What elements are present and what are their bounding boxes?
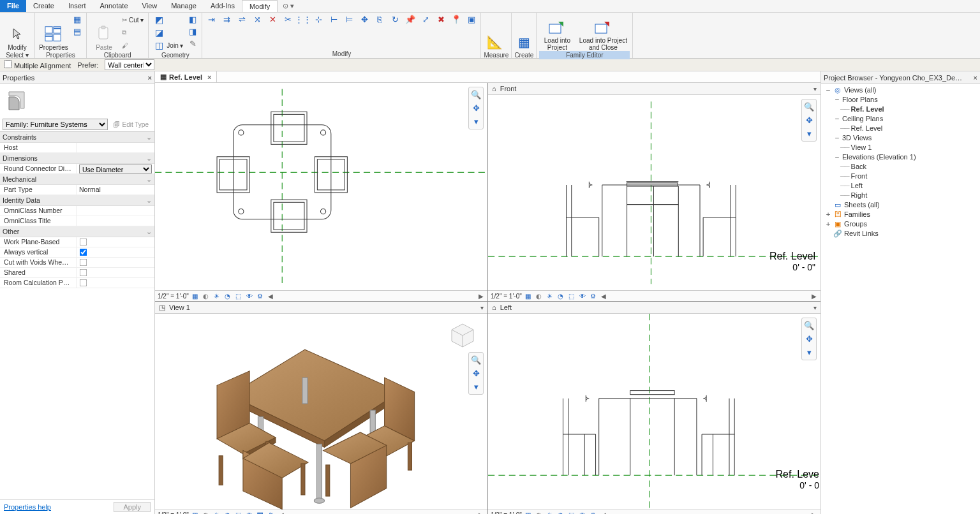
scroll-left-icon[interactable]: ◀ bbox=[600, 511, 607, 514]
properties-close-icon[interactable]: × bbox=[148, 74, 152, 82]
family-types-icon[interactable]: ▤ bbox=[71, 26, 84, 37]
cat-identity[interactable]: Identity Data⌄ bbox=[0, 195, 154, 206]
menu-overflow-icon[interactable]: ⊙ ▾ bbox=[278, 0, 299, 12]
trim-single-icon[interactable]: ⊢ bbox=[327, 14, 340, 25]
geom-icon-2[interactable]: ◨ bbox=[186, 26, 199, 37]
vc-icon[interactable]: ◔ bbox=[223, 511, 232, 514]
canvas-front[interactable]: Ref. Level 0' - 0" 🔍✥▾ bbox=[488, 95, 820, 290]
vc-detail-icon[interactable]: ▦ bbox=[191, 291, 200, 300]
trim-extend-icon[interactable]: ⊹ bbox=[312, 14, 325, 25]
prop-omninum-value[interactable] bbox=[77, 206, 154, 216]
vc-icon[interactable]: ⚙ bbox=[589, 511, 598, 514]
menu-insert[interactable]: Insert bbox=[61, 0, 93, 12]
vc-icon[interactable]: ◐ bbox=[202, 511, 211, 514]
vc-icon[interactable]: ◐ bbox=[535, 511, 544, 514]
edit-type-button[interactable]: 🗐Edit Type bbox=[110, 120, 152, 129]
pan-icon[interactable]: ✥ bbox=[473, 103, 480, 113]
cat-other[interactable]: Other⌄ bbox=[0, 226, 154, 237]
vc-icon[interactable]: 👁 bbox=[578, 291, 587, 300]
trim-multi-icon[interactable]: ⊨ bbox=[343, 14, 355, 25]
viewport-menu-icon[interactable]: ▾ bbox=[813, 304, 817, 311]
scale-bl[interactable]: 1/2" = 1'-0" bbox=[158, 511, 189, 514]
canvas-ref-level[interactable]: 🔍✥▾ bbox=[155, 83, 487, 290]
viewport-menu-icon[interactable]: ▾ bbox=[480, 304, 484, 311]
delete-icon[interactable]: ✖ bbox=[434, 14, 447, 25]
vc-icon[interactable]: ▦ bbox=[524, 511, 533, 514]
align-icon[interactable]: ⇥ bbox=[205, 14, 218, 25]
vc-icon[interactable]: ⬚ bbox=[567, 291, 576, 300]
cut-geom-button[interactable]: ◪ bbox=[151, 27, 185, 38]
nav-chevron-icon[interactable]: ▾ bbox=[474, 117, 479, 126]
pb-revit-links[interactable]: Revit Links bbox=[844, 229, 879, 239]
prop-rcp-check[interactable] bbox=[80, 279, 87, 287]
cat-constraints[interactable]: Constraints⌄ bbox=[0, 132, 154, 143]
paste-button[interactable]: Paste bbox=[89, 14, 119, 51]
vc-icon[interactable]: ☀ bbox=[546, 511, 554, 514]
mirror-axis-icon[interactable]: ⇌ bbox=[235, 14, 248, 25]
vc-icon[interactable]: ◐ bbox=[535, 291, 544, 300]
match-button[interactable]: 🖌 bbox=[120, 40, 145, 51]
vc-icon[interactable]: ▦ bbox=[191, 511, 200, 514]
menu-modify[interactable]: Modify bbox=[242, 0, 278, 12]
home-icon[interactable]: ⌂ bbox=[492, 85, 496, 92]
load-and-close-button[interactable]: Load into Project and Close bbox=[576, 14, 630, 51]
vc-crop-icon[interactable]: ⬚ bbox=[234, 291, 243, 300]
cat-mechanical[interactable]: Mechanical⌄ bbox=[0, 174, 154, 185]
pb-ref-level-2[interactable]: Ref. Level bbox=[851, 124, 883, 133]
scroll-right-icon[interactable]: ▶ bbox=[477, 293, 485, 300]
vc-icon[interactable]: ⚙ bbox=[267, 511, 276, 514]
menu-create[interactable]: Create bbox=[26, 0, 61, 12]
pb-3d-views[interactable]: 3D Views bbox=[842, 133, 872, 143]
copy-button[interactable]: ⧉ bbox=[120, 27, 145, 38]
scale-br[interactable]: 1/2" = 1'-0" bbox=[491, 511, 522, 514]
menu-addins[interactable]: Add-Ins bbox=[204, 0, 242, 12]
prop-shared-check[interactable] bbox=[80, 269, 87, 277]
split-cross-icon[interactable]: ✕ bbox=[266, 14, 279, 25]
vc-icon[interactable]: 👁 bbox=[578, 511, 587, 514]
nav-widget-left[interactable]: 🔍✥▾ bbox=[801, 318, 817, 360]
measure-button[interactable]: 📐 bbox=[484, 14, 505, 51]
pb-floor-plans[interactable]: Floor Plans bbox=[842, 95, 878, 105]
tab-close-icon[interactable]: × bbox=[207, 73, 211, 81]
project-browser-tree[interactable]: −◎Views (all) −Floor Plans ── Ref. Level… bbox=[821, 84, 980, 240]
geom-icon-3[interactable]: ✎ bbox=[186, 38, 199, 49]
vc-icon[interactable]: ☀ bbox=[546, 291, 554, 300]
vc-style-icon[interactable]: ◐ bbox=[202, 291, 211, 300]
vc-icon[interactable]: ◔ bbox=[556, 291, 565, 300]
pb-back[interactable]: Back bbox=[851, 162, 866, 172]
modify-tool-button[interactable]: Modify bbox=[3, 14, 32, 51]
scale-tl[interactable]: 1/2" = 1'-0" bbox=[158, 293, 189, 300]
pb-ceiling-plans[interactable]: Ceiling Plans bbox=[842, 114, 883, 124]
offset-icon[interactable]: ⇉ bbox=[220, 14, 233, 25]
prefer-dropdown[interactable]: Wall centerline bbox=[105, 59, 154, 70]
vc-icon[interactable]: ▦ bbox=[524, 291, 533, 300]
vc-icon[interactable]: ☀ bbox=[212, 511, 221, 514]
prop-host-value[interactable] bbox=[77, 143, 154, 152]
pb-sheets[interactable]: Sheets (all) bbox=[844, 200, 880, 210]
properties-button[interactable]: Properties bbox=[38, 14, 70, 51]
prop-omnititle-value[interactable] bbox=[77, 216, 154, 226]
canvas-3d[interactable]: 🔍✥▾ bbox=[155, 314, 487, 509]
pb-families[interactable]: Families bbox=[844, 210, 870, 219]
nav-widget[interactable]: 🔍✥▾ bbox=[468, 87, 484, 129]
split-icon[interactable]: ✂ bbox=[281, 14, 294, 25]
pb-view1[interactable]: View 1 bbox=[851, 143, 872, 152]
tab-ref-level[interactable]: ▦Ref. Level× bbox=[155, 71, 217, 82]
cut-button[interactable]: ✂Cut ▾ bbox=[120, 14, 145, 26]
rotate-icon[interactable]: ↻ bbox=[389, 14, 401, 25]
cat-dimensions[interactable]: Dimensions⌄ bbox=[0, 153, 154, 164]
scroll-left-icon[interactable]: ◀ bbox=[278, 511, 285, 514]
menu-annotate[interactable]: Annotate bbox=[93, 0, 135, 12]
move-icon[interactable]: ✥ bbox=[358, 14, 371, 25]
properties-help-link[interactable]: Properties help bbox=[4, 503, 51, 511]
copy-elem-icon[interactable]: ⎘ bbox=[373, 14, 386, 25]
vc-sun-icon[interactable]: ☀ bbox=[212, 291, 221, 300]
vc-icon[interactable]: ⬚ bbox=[567, 511, 576, 514]
vc-icon[interactable]: ⬚ bbox=[234, 511, 243, 514]
scroll-right-icon[interactable]: ▶ bbox=[810, 511, 818, 514]
viewport-menu-icon[interactable]: ▾ bbox=[813, 85, 817, 92]
scroll-left-icon[interactable]: ◀ bbox=[267, 293, 274, 300]
project-browser-close-icon[interactable]: × bbox=[974, 74, 977, 82]
prop-av-check[interactable] bbox=[80, 249, 87, 256]
vc-reveal-icon[interactable]: ⚙ bbox=[256, 291, 265, 300]
